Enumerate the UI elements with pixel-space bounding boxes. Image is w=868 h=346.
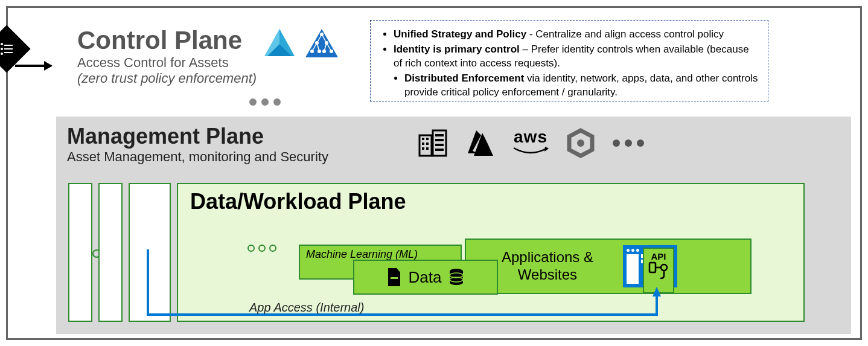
policy-item-distributed: Distributed Enforcement via identity, ne… xyxy=(404,72,758,100)
diagram-frame: Control Plane Access Control for Assets … xyxy=(6,6,862,340)
plane-stack-bar xyxy=(68,183,92,322)
svg-rect-20 xyxy=(422,143,424,145)
svg-rect-28 xyxy=(435,149,444,151)
ellipsis-icon xyxy=(249,98,281,106)
arrow-right-icon xyxy=(15,65,51,67)
control-plane-subtitle: Access Control for Assets xyxy=(77,55,257,71)
svg-rect-21 xyxy=(426,143,429,145)
ml-label: Machine Learning (ML) xyxy=(306,248,418,260)
database-icon xyxy=(448,268,464,286)
applications-label: Applications & Websites xyxy=(478,249,617,284)
svg-rect-27 xyxy=(435,144,444,146)
svg-rect-35 xyxy=(649,263,656,272)
api-connector-icon xyxy=(648,261,669,280)
api-box: API xyxy=(643,248,674,293)
aws-icon: aws xyxy=(512,127,549,159)
svg-rect-25 xyxy=(435,134,444,136)
control-plane-area: Control Plane Access Control for Assets … xyxy=(8,14,854,120)
svg-rect-17 xyxy=(420,135,432,156)
network-pyramid-icon xyxy=(304,26,340,62)
azure-icon xyxy=(465,129,496,157)
data-box: Data xyxy=(353,260,498,295)
control-plane-title: Control Plane xyxy=(77,26,257,55)
app-access-label: App Access (Internal) xyxy=(249,301,364,315)
svg-rect-23 xyxy=(426,147,429,150)
data-label: Data xyxy=(409,268,442,287)
applications-box: Applications & Websites xyxy=(465,239,752,294)
control-plane-icon xyxy=(0,32,24,66)
svg-point-30 xyxy=(577,139,584,147)
policy-item-unified: Unified Strategy and Policy - Centralize… xyxy=(394,28,758,42)
cloud-provider-icons: aws xyxy=(418,127,644,159)
svg-rect-31 xyxy=(391,277,398,279)
control-plane-decorative-icons xyxy=(261,26,340,62)
svg-rect-22 xyxy=(422,147,424,150)
svg-rect-18 xyxy=(422,138,424,140)
data-workload-title: Data/Workload Plane xyxy=(178,184,803,219)
datacenter-icon xyxy=(418,129,448,157)
plane-stack-bar xyxy=(98,183,123,322)
ellipsis-outline-icon xyxy=(247,245,276,252)
control-plane-note: (zero trust policy enforcement) xyxy=(77,71,257,86)
svg-point-36 xyxy=(661,264,667,271)
pyramid-icon xyxy=(261,26,298,62)
svg-rect-19 xyxy=(426,138,429,140)
ellipsis-icon xyxy=(613,139,644,147)
api-label: API xyxy=(651,251,666,261)
policy-callout: Unified Strategy and Policy - Centralize… xyxy=(370,20,768,101)
gcp-hex-icon xyxy=(566,128,596,158)
policy-item-identity: Identity is primary control – Prefer ide… xyxy=(394,43,758,71)
file-icon xyxy=(387,268,401,286)
svg-rect-26 xyxy=(435,139,444,141)
plane-stack-bar xyxy=(129,183,171,322)
